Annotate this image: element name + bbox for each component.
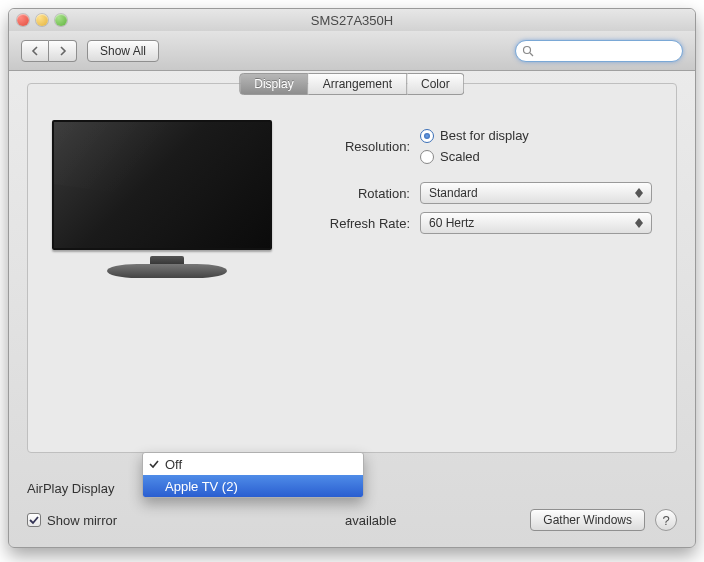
rotation-value: Standard [429, 186, 478, 200]
airplay-option-off[interactable]: Off [143, 453, 363, 475]
stepper-arrows-icon [631, 215, 647, 231]
radio-scaled[interactable]: Scaled [420, 149, 529, 164]
chevron-left-icon [31, 46, 39, 56]
radio-icon [420, 129, 434, 143]
monitor-preview [52, 120, 282, 284]
radio-label: Best for display [440, 128, 529, 143]
titlebar: SMS27A350H [9, 9, 695, 31]
row-refresh: Refresh Rate: 60 Hertz [310, 212, 652, 234]
panel-content: Resolution: Best for display Scaled Rot [28, 84, 676, 304]
mirror-label-prefix: Show mirror [47, 513, 117, 528]
stepper-arrows-icon [631, 185, 647, 201]
tab-display[interactable]: Display [239, 73, 308, 95]
check-icon [149, 457, 159, 472]
rotation-label: Rotation: [310, 186, 410, 201]
window: SMS27A350H Show All Display Arrangement … [8, 8, 696, 548]
monitor-screen-icon [52, 120, 272, 250]
row-rotation: Rotation: Standard [310, 182, 652, 204]
monitor-stand-icon [107, 264, 227, 278]
display-panel: Display Arrangement Color Resolution: Be… [27, 83, 677, 453]
radio-best-for-display[interactable]: Best for display [420, 128, 529, 143]
svg-point-0 [524, 46, 531, 53]
check-icon [29, 515, 39, 525]
option-label: Off [165, 457, 182, 472]
toolbar: Show All [9, 31, 695, 71]
mirror-label-suffix: available [345, 513, 396, 528]
resolution-label: Resolution: [310, 139, 410, 154]
window-title: SMS27A350H [9, 13, 695, 28]
back-button[interactable] [21, 40, 49, 62]
radio-icon [420, 150, 434, 164]
airplay-option-appletv[interactable]: Apple TV (2) [143, 475, 363, 497]
refresh-label: Refresh Rate: [310, 216, 410, 231]
settings-form: Resolution: Best for display Scaled Rot [310, 120, 652, 284]
gather-windows-button[interactable]: Gather Windows [530, 509, 645, 531]
airplay-dropdown-menu: Off Apple TV (2) [142, 452, 364, 498]
help-button[interactable]: ? [655, 509, 677, 531]
row-resolution: Resolution: Best for display Scaled [310, 128, 652, 164]
refresh-select[interactable]: 60 Hertz [420, 212, 652, 234]
forward-button[interactable] [49, 40, 77, 62]
show-all-button[interactable]: Show All [87, 40, 159, 62]
nav-segmented [21, 40, 77, 62]
search-icon [522, 45, 534, 57]
option-label: Apple TV (2) [165, 479, 238, 494]
tab-color[interactable]: Color [407, 73, 465, 95]
mirror-checkbox[interactable] [27, 513, 41, 527]
refresh-value: 60 Hertz [429, 216, 474, 230]
row-mirror: Show mirror available Gather Windows ? [27, 507, 677, 533]
search-input[interactable] [538, 44, 688, 58]
tab-arrangement[interactable]: Arrangement [309, 73, 407, 95]
svg-line-1 [530, 53, 533, 56]
tab-bar: Display Arrangement Color [239, 73, 464, 95]
airplay-label: AirPlay Display [27, 481, 114, 496]
search-field[interactable] [515, 40, 683, 62]
chevron-right-icon [59, 46, 67, 56]
radio-label: Scaled [440, 149, 480, 164]
rotation-select[interactable]: Standard [420, 182, 652, 204]
